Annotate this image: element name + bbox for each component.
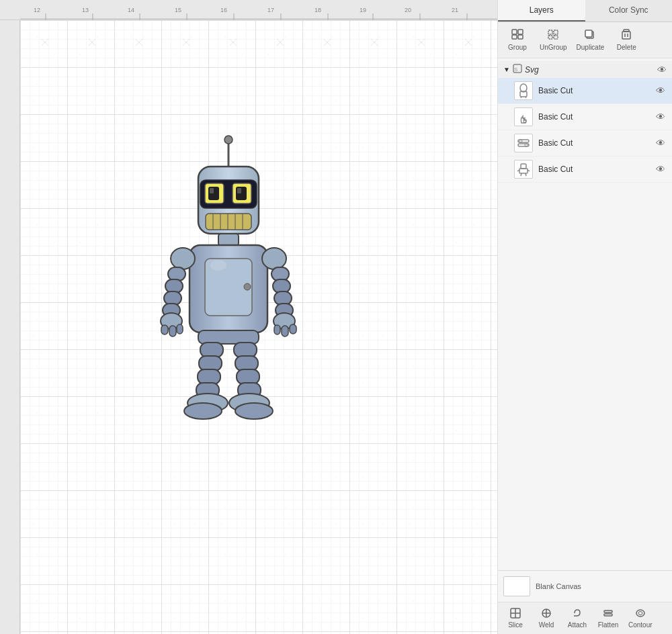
layer-group-svg[interactable]: ▼ S Svg 👁 [498,61,672,78]
ungroup-button[interactable]: UnGroup [536,26,571,54]
right-panel: Layers Color Sync Group UnGroup Duplicat… [497,0,672,634]
svg-rect-68 [168,267,185,281]
group-button[interactable]: Group [501,26,534,54]
svg-rect-62 [218,234,239,246]
layer-label-2: Basic Cut [538,112,655,122]
delete-button[interactable]: Delete [610,26,643,54]
duplicate-icon [584,29,596,42]
svg-point-137 [638,612,642,615]
svg-line-117 [526,97,526,98]
panel-spacer [498,317,672,570]
grid-canvas[interactable] [20,20,497,634]
svg-rect-123 [519,169,528,173]
attach-button[interactable]: Attach [562,605,592,631]
svg-rect-100 [512,35,517,39]
layers-toolbar: Group UnGroup Duplicate Delete [498,22,672,58]
svg-text:19: 19 [360,7,366,13]
attach-label: Attach [568,621,587,629]
svg-rect-87 [198,369,220,384]
svg-text:S: S [514,66,517,73]
layer-eye-1[interactable]: 👁 [655,84,667,97]
svg-point-67 [262,248,286,269]
svg-text:12: 12 [34,7,40,13]
tab-color-sync[interactable]: Color Sync [585,0,673,21]
svg-point-66 [171,248,195,269]
weld-label: Weld [539,621,554,629]
delete-icon [622,29,631,42]
svg-rect-99 [518,30,523,34]
svg-rect-103 [554,30,558,34]
ruler-top: 12 13 14 15 16 17 18 19 20 21 [0,0,497,20]
layer-thumb-1 [514,81,533,100]
svg-line-116 [521,97,521,98]
layer-item-1[interactable]: Basic Cut 👁 [498,78,672,104]
svg-point-136 [636,610,644,617]
svg-rect-81 [274,325,280,334]
layer-eye-2[interactable]: 👁 [655,110,667,124]
svg-rect-89 [234,343,257,357]
canvas-indicator: Blank Canvas [498,570,672,602]
svg-rect-135 [604,614,612,616]
flatten-label: Flatten [598,621,619,629]
contour-label: Contour [628,621,653,629]
flatten-button[interactable]: Flatten [593,605,623,631]
ungroup-label: UnGroup [540,44,567,51]
svg-rect-102 [548,30,552,34]
layer-label-1: Basic Cut [538,86,655,95]
svg-text:17: 17 [267,7,274,13]
layer-eye-4[interactable]: 👁 [655,163,667,176]
svg-point-47 [224,136,233,144]
weld-button[interactable]: Weld [532,605,561,631]
svg-group-name: Svg [525,65,657,75]
svg-text:18: 18 [314,7,321,13]
expand-arrow: ▼ [503,66,510,73]
tabs-bar: Layers Color Sync [498,0,672,22]
layer-label-3: Basic Cut [538,138,655,148]
layer-eye-3[interactable]: 👁 [655,136,667,150]
svg-rect-82 [282,326,288,336]
attach-icon [572,608,583,621]
svg-text:14: 14 [128,7,134,13]
svg-rect-83 [290,324,296,334]
svg-rect-111 [624,30,629,32]
svg-rect-90 [235,356,258,371]
svg-rect-74 [169,326,176,336]
group-label: Group [508,44,527,51]
robot-image[interactable] [155,134,302,510]
svg-text:13: 13 [82,7,89,13]
duplicate-button[interactable]: Duplicate [573,26,609,54]
layer-thumb-4 [514,160,533,179]
svg-rect-107 [585,30,592,37]
svg-rect-122 [521,164,526,169]
layer-item-3[interactable]: Basic Cut 👁 [498,130,672,156]
svg-text:15: 15 [175,7,181,13]
svg-text:21: 21 [452,7,458,13]
svg-rect-73 [161,325,168,334]
svg-line-125 [526,173,526,176]
layer-thumb-3 [514,134,533,152]
svg-eye-icon[interactable]: 👁 [657,64,667,75]
tab-layers[interactable]: Layers [498,0,585,21]
group-icon [511,29,523,42]
svg-text:16: 16 [220,7,227,13]
ungroup-icon [547,29,559,42]
layer-item-4[interactable]: Basic Cut 👁 [498,156,672,183]
canvas-area: 12 13 14 15 16 17 18 19 20 21 [0,0,497,634]
layer-label-4: Basic Cut [538,165,655,174]
bottom-toolbar: Slice Weld Attach Flatten Contour [498,602,672,634]
svg-line-124 [521,173,521,176]
svg-rect-55 [237,188,241,193]
svg-rect-98 [512,30,517,34]
contour-button[interactable]: Contour [624,605,657,631]
flatten-icon [603,608,614,621]
svg-rect-101 [518,35,523,39]
slice-button[interactable]: Slice [501,605,530,631]
svg-point-65 [244,283,251,290]
canvas-thumbnail [503,576,530,596]
svg-icon: S [513,64,522,75]
layer-item-2[interactable]: Basic Cut 👁 [498,104,672,130]
svg-rect-104 [548,36,552,39]
delete-label: Delete [617,44,636,51]
svg-rect-86 [199,356,222,371]
svg-point-96 [235,403,273,419]
